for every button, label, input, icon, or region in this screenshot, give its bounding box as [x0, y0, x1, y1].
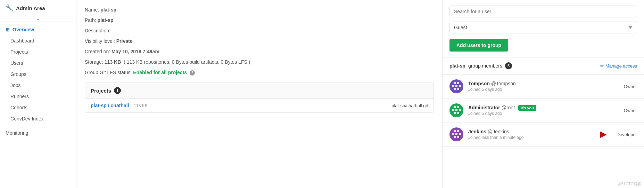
projects-section: Projects 1 plat-sp / chathall 113 KB pla…: [85, 83, 434, 113]
sidebar-item-jobs[interactable]: Jobs: [0, 80, 76, 91]
lfs-info-icon[interactable]: ?: [190, 70, 195, 76]
sidebar-item-overview[interactable]: ⊞ Overview: [0, 24, 76, 35]
member-info-jenkins: Jenkins @Jenkins Joined less than a minu…: [468, 129, 595, 140]
members-group-name: plat-sp: [449, 63, 465, 69]
visibility-label: Visibility level:: [85, 38, 115, 44]
sidebar-item-projects[interactable]: Projects: [0, 46, 76, 57]
svg-rect-4: [455, 85, 457, 87]
svg-rect-23: [457, 136, 459, 138]
sidebar-item-runners[interactable]: Runners: [0, 91, 76, 102]
scroll-indicator: ▲: [0, 16, 76, 22]
svg-rect-17: [454, 130, 456, 132]
sidebar-label-projects: Projects: [10, 49, 28, 55]
description-label: Description:: [85, 28, 110, 33]
jenkins-name-row: Jenkins @Jenkins: [468, 129, 595, 134]
jenkins-username: @Jenkins: [488, 129, 509, 134]
svg-rect-19: [452, 133, 454, 135]
svg-rect-7: [457, 88, 459, 90]
lfs-label: Group Git LFS status:: [85, 70, 132, 75]
admin-username: @root: [502, 105, 515, 110]
storage-row: Storage: 113 KB ( 113 KB repositories, 0…: [85, 59, 434, 65]
group-detail-panel: Name: plat-sp Path: plat-sp Description:…: [76, 0, 443, 188]
sidebar-label-convdev: ConvDev Index: [10, 116, 44, 122]
its-you-badge: It's you: [518, 105, 536, 111]
admin-area-icon: 🔧: [6, 4, 13, 12]
sidebar-item-groups[interactable]: Groups ◀: [0, 69, 76, 80]
svg-rect-11: [452, 109, 454, 111]
jenkins-name: Jenkins: [468, 129, 486, 134]
projects-count-badge: 1: [114, 87, 121, 94]
tompson-username: @Tompson: [491, 81, 516, 86]
created-label: Created on:: [85, 49, 110, 54]
svg-rect-13: [459, 109, 461, 111]
project-info: plat-sp / chathall 113 KB: [91, 103, 148, 108]
member-row-tompson: Tompson @Tompson Joined 5 days ago Owner: [443, 75, 644, 99]
sidebar-label-users: Users: [10, 60, 23, 66]
add-users-button[interactable]: Add users to group: [449, 39, 508, 52]
right-panel: Guest Add users to group ▶ plat-sp group…: [443, 0, 644, 188]
avatar-tompson: [449, 79, 463, 93]
member-info-admin: Administrator @root It's you Joined 5 da…: [468, 105, 619, 116]
svg-rect-10: [457, 106, 459, 108]
sidebar-label-monitoring: Monitoring: [6, 130, 28, 136]
sidebar-nav: ⊞ Overview Dashboard Projects Users Grou…: [0, 22, 76, 141]
path-row: Path: plat-sp: [85, 17, 434, 23]
jenkins-role: Developer: [617, 132, 637, 137]
members-count-badge: 5: [505, 62, 512, 69]
search-user-input[interactable]: [449, 6, 637, 17]
svg-rect-9: [454, 106, 456, 108]
sidebar-label-jobs: Jobs: [10, 83, 21, 88]
visibility-row: Visibility level: Private: [85, 38, 434, 44]
storage-value: 113 KB: [105, 59, 121, 65]
manage-access-label: Manage access: [605, 63, 637, 69]
project-link[interactable]: plat-sp / chathall: [91, 103, 129, 108]
role-select[interactable]: Guest: [449, 22, 637, 33]
project-git-url: plat-sp/chathall.git: [391, 103, 428, 108]
members-section: ▶ plat-sp group members 5 ✏ Manage acces…: [443, 57, 644, 147]
members-title: ▶ plat-sp group members 5: [449, 62, 512, 69]
svg-rect-14: [454, 112, 456, 114]
admin-role: Owner: [624, 108, 637, 113]
path-value: plat-sp: [98, 17, 114, 23]
lfs-row: Group Git LFS status: Enabled for all pr…: [85, 70, 434, 76]
svg-rect-20: [455, 133, 457, 135]
sidebar-item-monitoring[interactable]: Monitoring: [0, 127, 76, 139]
svg-rect-1: [454, 82, 456, 84]
sidebar-item-dashboard[interactable]: Dashboard: [0, 35, 76, 46]
sidebar-item-cohorts[interactable]: Cohorts: [0, 102, 76, 113]
members-label: group members: [468, 63, 502, 69]
edit-icon: ✏: [600, 63, 604, 69]
sidebar-item-users[interactable]: Users: [0, 57, 76, 69]
created-row: Created on: May 10, 2018 7:49am: [85, 49, 434, 54]
svg-rect-3: [452, 85, 454, 87]
manage-access-link[interactable]: ✏ Manage access: [600, 63, 637, 69]
tompson-name: Tompson: [468, 81, 490, 86]
sidebar-label-runners: Runners: [10, 94, 29, 99]
avatar-admin: [449, 103, 463, 117]
sidebar-label-cohorts: Cohorts: [10, 105, 27, 110]
description-row: Description:: [85, 28, 434, 33]
project-row: plat-sp / chathall 113 KB plat-sp/chatha…: [85, 99, 434, 112]
member-info-tompson: Tompson @Tompson Joined 5 days ago: [468, 81, 619, 92]
svg-rect-6: [454, 88, 456, 90]
add-users-section: Guest Add users to group: [443, 0, 644, 57]
visibility-value: Private: [116, 38, 133, 44]
admin-area-title: Admin Area: [16, 5, 45, 11]
name-value: plat-sp: [100, 7, 116, 13]
sidebar-label-dashboard: Dashboard: [10, 38, 34, 44]
members-header: ▶ plat-sp group members 5 ✏ Manage acces…: [443, 57, 644, 75]
member-name-tompson: Tompson @Tompson: [468, 81, 619, 86]
sidebar-label-overview: Overview: [13, 27, 34, 32]
grid-icon: ⊞: [6, 27, 10, 32]
admin-name-row: Administrator @root It's you: [468, 105, 619, 110]
name-row: Name: plat-sp: [85, 7, 434, 13]
svg-rect-12: [455, 109, 457, 111]
tompson-joined: Joined 5 days ago: [468, 87, 619, 92]
sidebar-header: 🔧 Admin Area: [0, 0, 76, 16]
svg-rect-18: [457, 130, 459, 132]
member-row-jenkins: ▶: [443, 123, 644, 147]
project-size: 113 KB: [134, 103, 147, 108]
developer-arrow-icon: ▶: [600, 130, 606, 139]
svg-rect-5: [459, 85, 461, 87]
sidebar-item-convdev[interactable]: ConvDev Index: [0, 113, 76, 124]
